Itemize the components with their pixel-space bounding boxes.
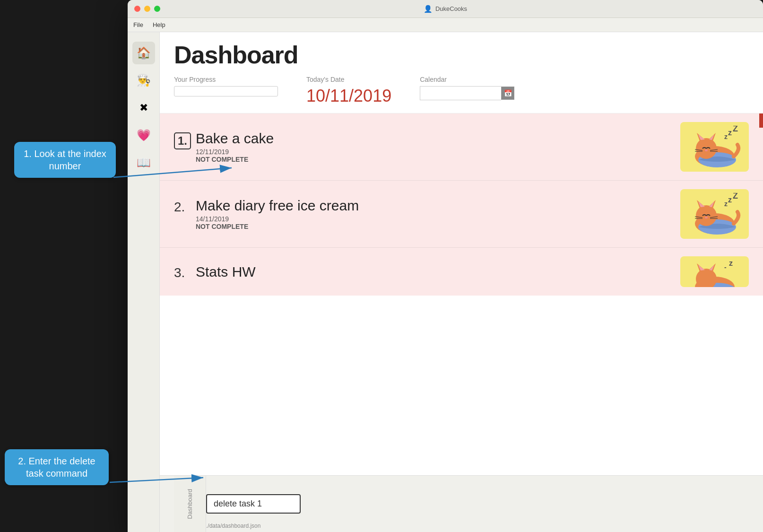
dashboard-header: Dashboard Your Progress Today's Date 10/… xyxy=(160,32,763,113)
chef-icon: 👨‍🍳 xyxy=(137,74,151,87)
task-index: 3. xyxy=(174,265,191,280)
task-left: 1. Bake a cake 12/11/2019 NOT COMPLETE xyxy=(174,131,680,163)
main-content: Dashboard Your Progress Today's Date 10/… xyxy=(160,32,763,532)
task-status: NOT COMPLETE xyxy=(196,223,359,230)
svg-text:z: z xyxy=(724,133,728,140)
task-info: Bake a cake 12/11/2019 NOT COMPLETE xyxy=(196,131,274,163)
sidebar-item-home[interactable]: 🏠 xyxy=(132,42,155,64)
annotation-text-1: 1. Look at the index number xyxy=(24,148,106,171)
date-section: Today's Date 10/11/2019 xyxy=(306,76,391,106)
date-label: Today's Date xyxy=(306,76,391,83)
svg-point-7 xyxy=(705,149,708,151)
task-index-boxed: 1. xyxy=(174,132,191,149)
sleeping-cat-svg-2: z z Z xyxy=(686,193,743,235)
task-index: 2. xyxy=(174,200,191,215)
annotation-bubble-2: 2. Enter the delete task command xyxy=(5,449,109,485)
svg-text:z: z xyxy=(728,196,732,204)
app-window: 👤 DukeCooks File Help 🏠 👨‍🍳 ✖ 💗 📖 xyxy=(128,0,763,532)
bottom-bar-inner xyxy=(206,494,749,514)
sidebar-item-fitness[interactable]: ✖ xyxy=(132,96,155,119)
sidebar-item-chef[interactable]: 👨‍🍳 xyxy=(132,69,155,92)
task-status: NOT COMPLETE xyxy=(196,156,274,163)
today-date: 10/11/2019 xyxy=(306,86,391,106)
menu-help[interactable]: Help xyxy=(153,21,165,28)
task-thumbnail-partial: - z xyxy=(680,256,749,287)
sleeping-cat-svg-3: - z xyxy=(686,256,743,287)
maximize-button[interactable] xyxy=(154,6,160,12)
task-date: 12/11/2019 xyxy=(196,148,274,156)
task-item: 3. Stats HW xyxy=(160,248,763,296)
task-left: 3. Stats HW xyxy=(174,263,680,280)
annotation-text-2: 2. Enter the delete task command xyxy=(18,456,95,479)
task-info: Make diary free ice cream 14/11/2019 NOT… xyxy=(196,198,359,230)
command-input[interactable] xyxy=(206,494,301,514)
fitness-icon: ✖ xyxy=(139,102,148,114)
task-thumbnail: z z Z xyxy=(680,122,749,172)
progress-label: Your Progress xyxy=(174,76,278,83)
task-date: 14/11/2019 xyxy=(196,215,359,223)
annotation-bubble-1: 1. Look at the index number xyxy=(14,142,116,178)
task-left: 2. Make diary free ice cream 14/11/2019 … xyxy=(174,198,680,230)
svg-text:-: - xyxy=(724,263,727,271)
minimize-button[interactable] xyxy=(144,6,150,12)
title-icon: 👤 xyxy=(424,5,433,13)
header-meta: Your Progress Today's Date 10/11/2019 Ca… xyxy=(174,76,749,106)
bottom-sidebar-label: Dashboard xyxy=(174,476,206,532)
home-icon: 🏠 xyxy=(137,46,151,60)
page-title: Dashboard xyxy=(174,42,749,69)
status-path: ./data/dashboard.json xyxy=(206,523,260,529)
calendar-label: Calendar xyxy=(420,76,514,83)
menubar: File Help xyxy=(128,18,763,32)
progress-bar xyxy=(174,86,278,96)
calendar-section: Calendar 📅 xyxy=(420,76,514,100)
menu-file[interactable]: File xyxy=(133,21,143,28)
task-item: 2. Make diary free ice cream 14/11/2019 … xyxy=(160,181,763,248)
task-item: 1. Bake a cake 12/11/2019 NOT COMPLETE xyxy=(160,113,763,181)
close-button[interactable] xyxy=(134,6,140,12)
scrollbar[interactable] xyxy=(759,113,763,128)
title-text: DukeCooks xyxy=(435,5,467,12)
calendar-button[interactable]: 📅 xyxy=(501,87,514,100)
app-body: 🏠 👨‍🍳 ✖ 💗 📖 Dashboard Your Pro xyxy=(128,32,763,532)
svg-point-32 xyxy=(696,269,717,287)
svg-text:z: z xyxy=(724,200,728,208)
bottom-bar: Dashboard ./data/dashboard.json xyxy=(160,475,763,532)
progress-section: Your Progress xyxy=(174,76,278,96)
svg-text:Z: Z xyxy=(733,126,738,133)
task-info: Stats HW xyxy=(196,263,256,280)
book-icon: 📖 xyxy=(137,156,151,169)
sidebar-item-health[interactable]: 💗 xyxy=(132,124,155,147)
task-thumbnail: z z Z xyxy=(680,189,749,239)
titlebar: 👤 DukeCooks xyxy=(128,0,763,18)
svg-text:z: z xyxy=(728,129,732,137)
svg-text:Z: Z xyxy=(733,193,738,201)
health-icon: 💗 xyxy=(137,129,151,142)
traffic-lights xyxy=(128,6,160,12)
svg-point-22 xyxy=(705,217,708,218)
task-list: 1. Bake a cake 12/11/2019 NOT COMPLETE xyxy=(160,113,763,475)
task-name: Make diary free ice cream xyxy=(196,198,359,214)
sidebar: 🏠 👨‍🍳 ✖ 💗 📖 xyxy=(128,32,160,532)
calendar-text-box[interactable] xyxy=(420,86,501,100)
window-title: 👤 DukeCooks xyxy=(424,5,467,13)
calendar-input-wrapper: 📅 xyxy=(420,86,514,100)
sidebar-item-book[interactable]: 📖 xyxy=(132,151,155,174)
task-name: Bake a cake xyxy=(196,131,274,147)
calendar-icon: 📅 xyxy=(504,89,512,97)
sleeping-cat-svg: z z Z xyxy=(686,126,743,168)
sidebar-label: Dashboard xyxy=(186,489,193,519)
svg-text:z: z xyxy=(729,259,733,267)
task-name: Stats HW xyxy=(196,264,256,280)
